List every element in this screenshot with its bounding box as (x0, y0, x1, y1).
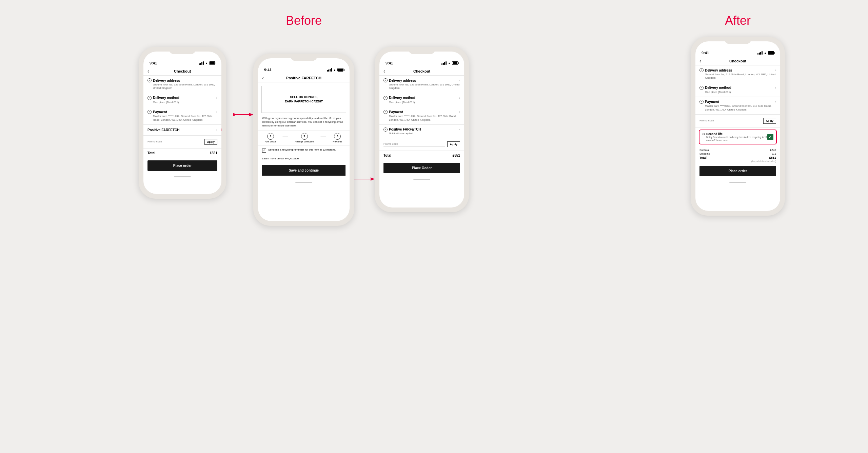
subtotal-section: Subtotal £540 Shipping £11 Total £551 (I… (695, 146, 780, 164)
positive-farfetch-row-1[interactable]: Positive FARFETCH › (143, 125, 221, 136)
delivery-method-3[interactable]: ✓ Delivery method › One piece (Total £11… (379, 93, 464, 107)
battery-fill-3 (453, 62, 457, 64)
image-line1: SELL OR DONATE, (285, 95, 323, 99)
page-title-3: Checkout (413, 69, 430, 73)
shipping-label: Shipping (699, 152, 710, 155)
save-continue-btn[interactable]: Save and continue (262, 165, 346, 176)
modal-checkbox-row: ✓ Send me a recycling reminder for this … (258, 145, 350, 155)
place-order-btn-3[interactable]: Place Ooder (383, 163, 460, 173)
before-label: Before (286, 14, 322, 27)
back-btn-1[interactable]: ‹ (147, 68, 149, 74)
arrow-1-2 (233, 111, 253, 118)
phone-2-wrapper: 9:41 ▲ (253, 54, 354, 226)
time-1: 9:41 (150, 61, 157, 65)
promo-input-3[interactable] (383, 142, 445, 146)
signal-3 (441, 61, 447, 65)
status-icons-3: ▲ (441, 61, 458, 65)
wifi-1: ▲ (205, 62, 208, 65)
second-life-check: ✓ (769, 135, 772, 139)
delivery-method-4[interactable]: ✓ Delivery method › One piece (Total £11… (695, 83, 780, 97)
step-arrow-2: — (320, 130, 326, 143)
phone-4-wrapper: 9:41 ▲ ‹ (691, 37, 785, 216)
home-indicator-4 (695, 179, 780, 184)
faq-link[interactable]: FAQs (285, 157, 292, 160)
svg-marker-2 (249, 113, 253, 116)
checkbox-text: Send me a recycling reminder for this it… (268, 148, 336, 152)
home-indicator-3 (379, 176, 464, 181)
back-btn-2[interactable]: ‹ (262, 75, 264, 81)
phone-2-notch (290, 54, 317, 61)
promo-section-3: Apply (379, 138, 464, 151)
shipping-amount: £11 (772, 152, 776, 155)
svg-marker-4 (371, 177, 375, 181)
step-3: 3 Rewards (333, 133, 342, 143)
second-life-left: ↺ Second life Notify for extra credit an… (702, 132, 767, 142)
battery-4 (768, 51, 774, 55)
delivery-address-detail-3: Ground floor flat, 123 Side Road, London… (383, 83, 460, 90)
battery-3 (452, 61, 458, 65)
battery-fill-2 (338, 69, 343, 71)
svg-point-1 (233, 113, 235, 116)
page-header-1: ‹ Checkout (143, 67, 221, 76)
home-indicator-2 (258, 180, 350, 185)
modal-image-content: SELL OR DONATE, EARN FARFETCH CREDIT (285, 95, 323, 103)
second-life-row[interactable]: ↺ Second life Notify for extra credit an… (699, 130, 777, 144)
chevron-1b: › (216, 96, 217, 100)
page-title-1: Checkout (174, 69, 191, 73)
step-label-2: Arrange collection (295, 140, 314, 143)
check-circle-3c: ✓ (383, 110, 388, 114)
delivery-address-3[interactable]: ✓ Delivery address › Ground floor flat, … (379, 76, 464, 93)
apply-btn-3[interactable]: Apply (447, 141, 460, 147)
payment-3[interactable]: ✓ Payment › Master card *****1234, Groun… (379, 107, 464, 125)
phone-2-screen: 9:41 ▲ (258, 58, 350, 221)
time-2: 9:41 (264, 68, 272, 72)
positive-farfetch-title-1: Positive FARFETCH (147, 128, 179, 132)
positive-farfetch-3[interactable]: ✓ Positive FARFETCH › Notification accep… (379, 125, 464, 138)
delivery-method-1[interactable]: ✓ Delivery method › One piece (Total £11… (143, 93, 221, 107)
back-btn-3[interactable]: ‹ (383, 68, 385, 74)
wifi-4: ▲ (764, 52, 767, 55)
chevron-4b: › (775, 86, 776, 90)
back-btn-4[interactable]: ‹ (699, 58, 701, 64)
second-life-checkbox[interactable]: ✓ (767, 134, 773, 140)
after-section: After 9:41 ▲ (608, 14, 868, 216)
step-circle-3: 3 (334, 133, 341, 140)
promo-input-1[interactable] (147, 139, 202, 144)
step-label-1: Get quote (265, 140, 276, 143)
subtotal-row: Subtotal £540 (699, 149, 776, 152)
payment-4[interactable]: ✓ Payment › Master card ****9768, Ground… (695, 97, 780, 115)
total-label-3: Total (383, 154, 391, 157)
payment-detail-3: Master card *****1234, Ground floor flat… (383, 115, 460, 122)
step-label-3: Rewards (333, 140, 342, 143)
home-bar-2 (295, 182, 312, 183)
second-life-content: Second life Notify for extra credit and … (706, 132, 767, 142)
delivery-method-detail-1: One piece (Total £11) (147, 101, 217, 104)
apply-btn-1[interactable]: Apply (204, 139, 217, 145)
promo-input-4[interactable] (699, 118, 761, 123)
subtotal-amount: £540 (770, 149, 776, 152)
page-header-3: ‹ Checkout (379, 67, 464, 76)
arrow-svg-1-2 (233, 111, 253, 118)
battery-1 (209, 61, 215, 65)
check-circle-4b: ✓ (699, 86, 704, 90)
delivery-address-1[interactable]: ✓ Delivery address › Ground floor flat, … (143, 76, 221, 93)
chevron-1c: › (216, 110, 217, 114)
battery-2 (337, 68, 343, 72)
home-bar-1 (174, 176, 191, 177)
time-4: 9:41 (702, 51, 709, 55)
phone-1-wrapper: 9:41 ▲ (139, 47, 226, 199)
import-duties: (Import duties included) (699, 160, 776, 162)
place-order-btn-4[interactable]: Place order (699, 166, 776, 176)
modal-checkbox[interactable]: ✓ (262, 149, 266, 153)
signal-2 (327, 68, 332, 72)
status-icons-4: ▲ (757, 51, 774, 55)
step-2: 2 Arrange collection (295, 133, 314, 143)
delivery-address-4[interactable]: ✓ Delivery address › Ground floor flat, … (695, 65, 780, 83)
subtotal-label: Subtotal (699, 149, 709, 152)
phone-1: 9:41 ▲ (139, 47, 226, 199)
place-order-btn-1[interactable]: Place order (147, 160, 217, 171)
apply-btn-4[interactable]: Apply (763, 118, 776, 124)
chevron-3c: › (459, 110, 460, 114)
after-label: After (725, 14, 751, 27)
payment-1[interactable]: ✓ Payment › Master card *****1234, Groun… (143, 107, 221, 125)
